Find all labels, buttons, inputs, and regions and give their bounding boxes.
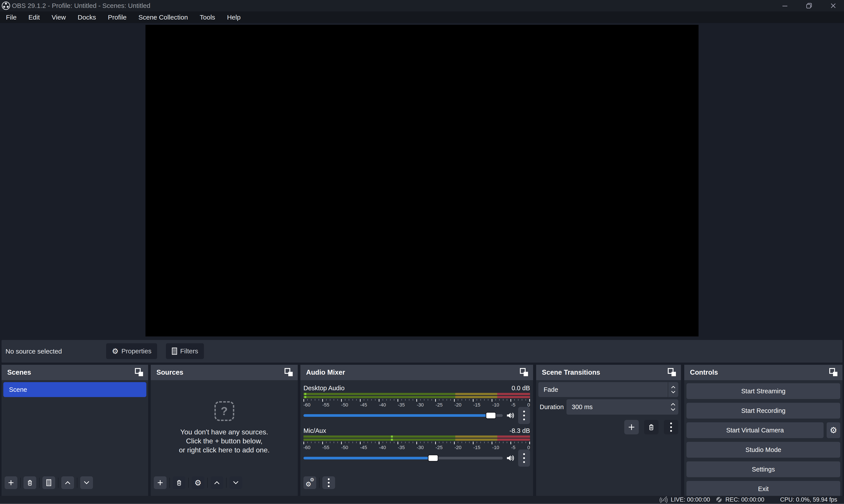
add-transition-button[interactable] (624, 420, 639, 434)
mixer-toolbar: ⚙ ⚙ (303, 476, 335, 489)
menu-file[interactable]: File (0, 12, 22, 23)
remove-source-button[interactable] (173, 476, 186, 489)
transition-select-spinner[interactable] (668, 382, 678, 397)
channel-volume-db: 0.0 dB (512, 384, 530, 392)
source-move-up-button[interactable] (211, 476, 223, 489)
mixer-options-button[interactable] (322, 476, 335, 489)
exit-button[interactable]: Exit (686, 481, 840, 497)
start-recording-button[interactable]: Start Recording (686, 403, 840, 418)
restore-button[interactable] (804, 1, 814, 10)
popout-icon[interactable] (284, 367, 294, 377)
menu-view[interactable]: View (46, 12, 72, 23)
transitions-title: Scene Transitions (542, 368, 600, 376)
properties-button[interactable]: ⚙ Properties (106, 343, 157, 359)
chevron-down-icon (233, 481, 239, 485)
transition-options-button[interactable] (664, 420, 678, 434)
properties-label: Properties (121, 347, 152, 355)
remove-transition-button[interactable] (644, 420, 658, 434)
advanced-audio-button[interactable]: ⚙ ⚙ (303, 476, 316, 489)
start-virtual-camera-button[interactable]: Start Virtual Camera (686, 422, 824, 438)
scenes-header: Scenes (2, 365, 148, 380)
chevron-down-icon (671, 391, 675, 393)
add-source-button[interactable] (154, 476, 166, 489)
add-scene-button[interactable] (5, 476, 17, 489)
sources-title: Sources (156, 368, 183, 376)
scene-item-selected[interactable]: Scene (3, 382, 146, 397)
source-properties-button[interactable]: ⚙ (192, 476, 204, 489)
start-streaming-button[interactable]: Start Streaming (686, 383, 840, 399)
mixer-channel-desktop-audio: Desktop Audio 0.0 dB -60-55-50-45-40-35-… (300, 383, 533, 423)
channel-options-button[interactable] (518, 450, 530, 467)
double-gear-icon: ⚙ ⚙ (305, 478, 314, 487)
transition-select[interactable]: Fade (538, 382, 678, 397)
duration-spinbox[interactable]: 300 ms (566, 399, 678, 415)
channel-name: Desktop Audio (303, 384, 345, 392)
scene-list: Scene (2, 380, 148, 399)
obs-logo-icon (1, 1, 11, 10)
studio-mode-button[interactable]: Studio Mode (686, 442, 840, 458)
chevron-down-icon (84, 481, 90, 485)
volume-slider-handle[interactable] (486, 412, 496, 419)
virtual-camera-settings-button[interactable]: ⚙ (827, 422, 840, 438)
volume-slider[interactable] (303, 414, 503, 417)
close-button[interactable] (828, 1, 838, 10)
record-inactive-icon (715, 496, 723, 503)
sources-panel: Sources ? You don't have any sources. Cl… (151, 365, 298, 496)
meter-scale-labels: -60-55-50-45-40-35-30-25-20-15-10-50 (303, 402, 530, 408)
duration-value: 300 ms (566, 403, 668, 411)
gear-icon: ⚙ (194, 478, 201, 487)
menu-scene-collection[interactable]: Scene Collection (133, 12, 194, 23)
menu-tools[interactable]: Tools (194, 12, 221, 23)
scene-move-down-button[interactable] (80, 476, 93, 489)
preview-canvas[interactable] (145, 25, 699, 337)
volume-slider[interactable] (303, 457, 503, 460)
controls-title: Controls (690, 368, 718, 376)
gear-icon: ⚙ (112, 347, 119, 356)
trash-icon (176, 480, 182, 486)
chevron-up-icon (214, 481, 220, 485)
duration-spinner[interactable] (668, 399, 678, 415)
sources-header: Sources (151, 365, 298, 380)
filters-button[interactable]: Filters (166, 343, 204, 359)
stream-inactive-icon (659, 496, 668, 503)
transition-selected-value: Fade (538, 386, 668, 393)
chevron-up-icon (65, 481, 71, 485)
source-status-text: No source selected (5, 340, 62, 363)
sources-empty-line2: Click the + button below, (179, 436, 270, 446)
volume-meter (303, 435, 530, 441)
controls-header: Controls (684, 365, 842, 380)
cpu-fps-stats: CPU: 0.0%, 59.94 fps (780, 496, 837, 503)
popout-icon[interactable] (135, 367, 144, 377)
mixer-channel-mic-aux: Mic/Aux -8.3 dB -60-55-50-45-40-35-30-25… (300, 426, 533, 465)
scenes-toolbar (5, 476, 93, 489)
menu-edit[interactable]: Edit (22, 12, 46, 23)
menu-profile[interactable]: Profile (102, 12, 133, 23)
speaker-icon[interactable] (506, 412, 515, 419)
scenes-title: Scenes (7, 368, 31, 376)
filter-icon (172, 347, 177, 355)
popout-icon[interactable] (520, 367, 529, 377)
volume-slider-handle[interactable] (428, 455, 438, 462)
popout-icon[interactable] (667, 367, 677, 377)
channel-options-button[interactable] (518, 407, 530, 424)
live-time: LIVE: 00:00:00 (671, 496, 710, 503)
trash-icon (648, 424, 655, 431)
menu-help[interactable]: Help (221, 12, 247, 23)
source-move-down-button[interactable] (229, 476, 242, 489)
sources-toolbar: ⚙ (154, 476, 242, 489)
menu-bar: File Edit View Docks Profile Scene Colle… (0, 12, 844, 23)
scene-filters-button[interactable] (42, 476, 55, 489)
scene-move-up-button[interactable] (61, 476, 74, 489)
minimize-button[interactable] (780, 1, 790, 10)
popout-icon[interactable] (829, 367, 839, 377)
settings-button[interactable]: Settings (686, 462, 840, 477)
channel-volume-db: -8.3 dB (510, 427, 530, 434)
rec-time: REC: 00:00:00 (725, 496, 764, 503)
chevron-up-icon (671, 403, 675, 406)
controls-panel: Controls Start Streaming Start Recording… (684, 365, 842, 496)
menu-docks[interactable]: Docks (72, 12, 102, 23)
remove-scene-button[interactable] (23, 476, 36, 489)
audio-mixer-header: Audio Mixer (300, 365, 533, 380)
audio-mixer-title: Audio Mixer (306, 368, 345, 376)
speaker-icon[interactable] (506, 454, 515, 462)
